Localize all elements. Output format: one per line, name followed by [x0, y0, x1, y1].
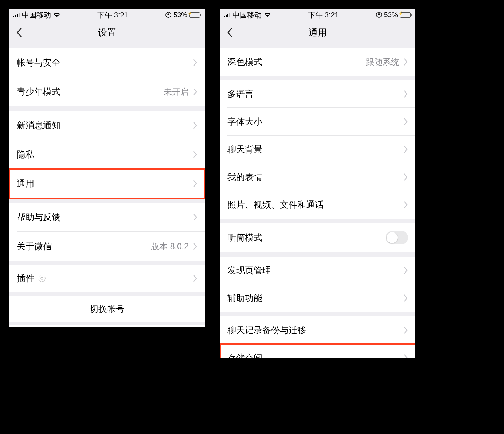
back-button[interactable]: [224, 24, 235, 40]
row-label: 多语言: [227, 88, 254, 100]
row-about[interactable]: 关于微信 版本 8.0.2: [9, 232, 205, 261]
row-label: 聊天背景: [227, 144, 262, 155]
chevron-right-icon: [192, 121, 198, 129]
row-label: 关于微信: [17, 241, 52, 252]
row-label: 听筒模式: [227, 232, 262, 243]
navbar: 通用: [220, 21, 415, 44]
orientation-lock-icon: [376, 12, 382, 18]
row-chat-background[interactable]: 聊天背景: [220, 136, 415, 163]
status-bar: 中国移动 下午 3:21 53% ⚡: [220, 9, 415, 21]
row-label: 存储空间: [227, 352, 262, 358]
row-label: 通用: [17, 178, 34, 189]
row-earpiece-mode[interactable]: 听筒模式: [220, 223, 415, 252]
chevron-right-icon: [192, 88, 198, 96]
battery-icon: ⚡: [189, 12, 201, 18]
chevron-right-icon: [192, 242, 198, 250]
row-value: 版本 8.0.2: [151, 241, 189, 252]
chevron-right-icon: [403, 90, 408, 98]
wifi-icon: [264, 12, 271, 18]
row-label: 插件: [17, 273, 46, 284]
row-help-feedback[interactable]: 帮助与反馈: [9, 203, 205, 232]
battery-icon: ⚡: [400, 12, 412, 18]
chevron-right-icon: [403, 201, 408, 209]
status-time: 下午 3:21: [308, 10, 339, 20]
chevron-right-icon: [403, 118, 408, 126]
status-time: 下午 3:21: [97, 10, 128, 20]
row-privacy[interactable]: 隐私: [9, 140, 205, 169]
chevron-right-icon: [403, 58, 408, 66]
row-label: 帐号与安全: [17, 57, 60, 69]
row-media-files[interactable]: 照片、视频、文件和通话: [220, 191, 415, 219]
row-value: 跟随系统: [366, 56, 399, 68]
status-bar: 中国移动 下午 3:21 53% ⚡: [9, 9, 205, 21]
row-label: 新消息通知: [17, 120, 60, 131]
row-my-emoji[interactable]: 我的表情: [220, 163, 415, 191]
row-font-size[interactable]: 字体大小: [220, 108, 415, 136]
row-label: 深色模式: [227, 56, 262, 68]
chevron-left-icon: [227, 27, 233, 38]
carrier-label: 中国移动: [233, 10, 262, 20]
chevron-right-icon: [403, 173, 408, 181]
chevron-right-icon: [403, 294, 408, 302]
row-label: 辅助功能: [227, 292, 262, 304]
chevron-left-icon: [16, 27, 23, 38]
chevron-right-icon: [403, 145, 408, 153]
svg-point-1: [39, 275, 45, 282]
row-storage[interactable]: 存储空间: [220, 344, 415, 358]
row-label: 青少年模式: [17, 86, 60, 98]
row-multilanguage[interactable]: 多语言: [220, 80, 415, 108]
row-label: 字体大小: [227, 116, 262, 128]
navbar: 设置: [9, 21, 205, 44]
row-notifications[interactable]: 新消息通知: [9, 111, 205, 140]
chevron-right-icon: [192, 274, 198, 282]
orientation-lock-icon: [165, 12, 172, 18]
row-discover-manage[interactable]: 发现页管理: [220, 257, 415, 284]
row-label: 我的表情: [227, 171, 262, 183]
row-label: 切换帐号: [90, 303, 125, 315]
battery-percent: 53%: [384, 11, 398, 19]
chevron-right-icon: [403, 354, 408, 358]
row-label: 聊天记录备份与迁移: [227, 324, 306, 336]
row-chat-backup[interactable]: 聊天记录备份与迁移: [220, 316, 415, 344]
svg-point-2: [41, 277, 43, 279]
row-general[interactable]: 通用: [9, 169, 205, 198]
row-logout[interactable]: 退出登录: [9, 325, 205, 327]
chevron-right-icon: [403, 266, 408, 274]
row-label: 发现页管理: [227, 265, 271, 276]
row-dark-mode[interactable]: 深色模式 跟随系统: [220, 48, 415, 76]
row-label: 帮助与反馈: [17, 211, 60, 223]
row-account-security[interactable]: 帐号与安全: [9, 48, 205, 77]
row-label: 隐私: [17, 149, 34, 160]
carrier-label: 中国移动: [22, 10, 51, 20]
wifi-icon: [53, 12, 60, 18]
row-label: 照片、视频、文件和通话: [227, 199, 324, 211]
row-switch-account[interactable]: 切换帐号: [9, 296, 205, 322]
chevron-right-icon: [192, 150, 198, 159]
row-accessibility[interactable]: 辅助功能: [220, 284, 415, 312]
chevron-right-icon: [192, 213, 198, 221]
page-title: 通用: [309, 27, 327, 39]
chevron-right-icon: [192, 180, 198, 188]
row-plugins[interactable]: 插件: [9, 265, 205, 292]
row-value: 未开启: [164, 86, 189, 98]
chevron-right-icon: [192, 59, 198, 67]
earpiece-toggle[interactable]: [386, 231, 408, 244]
chevron-right-icon: [403, 326, 408, 334]
battery-percent: 53%: [173, 11, 187, 19]
row-youth-mode[interactable]: 青少年模式 未开启: [9, 77, 205, 106]
signal-icon: [13, 12, 20, 17]
plugin-icon: [38, 274, 46, 282]
signal-icon: [224, 12, 230, 17]
page-title: 设置: [98, 27, 116, 39]
back-button[interactable]: [14, 24, 25, 40]
